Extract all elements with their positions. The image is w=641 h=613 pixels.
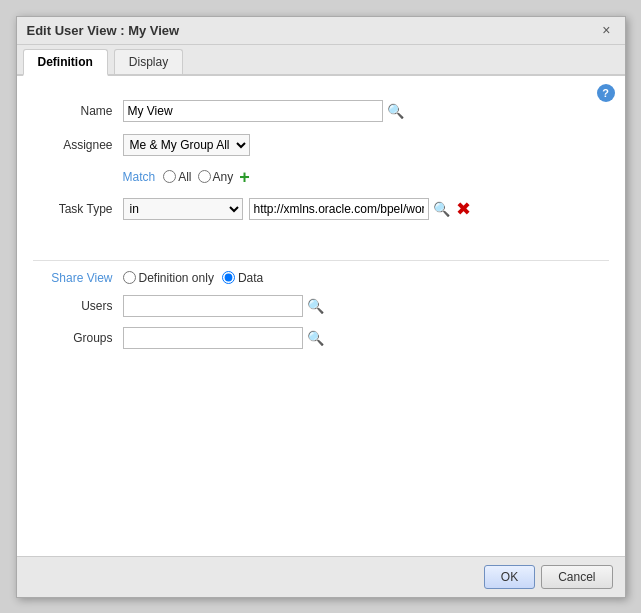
- dialog-body: Definition Display ? Name 🔍 Assignee Me …: [17, 45, 625, 556]
- assignee-label: Assignee: [33, 138, 113, 152]
- groups-row: Groups 🔍: [33, 327, 609, 349]
- assignee-select[interactable]: Me & My Group All Me My Group: [123, 134, 250, 156]
- match-any-radio[interactable]: [198, 170, 211, 183]
- name-search-button[interactable]: 🔍: [387, 103, 404, 119]
- users-label: Users: [33, 299, 113, 313]
- task-type-operator-select[interactable]: in not in: [123, 198, 243, 220]
- match-all-radio[interactable]: [163, 170, 176, 183]
- match-any-label: Any: [213, 170, 234, 184]
- match-label: Match: [123, 170, 156, 184]
- share-data-label: Data: [238, 271, 263, 285]
- task-type-row: Task Type in not in 🔍 ✖: [33, 198, 609, 220]
- edit-user-view-dialog: Edit User View : My View × Definition Di…: [16, 16, 626, 598]
- match-all-option[interactable]: All: [163, 170, 191, 184]
- share-data-radio[interactable]: [222, 271, 235, 284]
- tab-bar: Definition Display: [17, 45, 625, 76]
- share-view-row: Share View Definition only Data: [33, 271, 609, 285]
- tab-definition[interactable]: Definition: [23, 49, 108, 76]
- name-input[interactable]: [123, 100, 383, 122]
- users-row: Users 🔍: [33, 295, 609, 317]
- close-button[interactable]: ×: [598, 23, 614, 37]
- task-type-label: Task Type: [33, 202, 113, 216]
- assignee-row: Assignee Me & My Group All Me My Group: [33, 134, 609, 156]
- dialog-title: Edit User View : My View: [27, 23, 180, 38]
- share-definition-radio[interactable]: [123, 271, 136, 284]
- task-type-search-button[interactable]: 🔍: [433, 201, 450, 217]
- match-row: Match All Any +: [123, 168, 609, 186]
- task-type-value-input[interactable]: [249, 198, 429, 220]
- dialog-footer: OK Cancel: [17, 556, 625, 597]
- users-input[interactable]: [123, 295, 303, 317]
- match-any-option[interactable]: Any: [198, 170, 234, 184]
- dialog-title-bar: Edit User View : My View ×: [17, 17, 625, 45]
- tab-display[interactable]: Display: [114, 49, 183, 74]
- groups-label: Groups: [33, 331, 113, 345]
- task-type-delete-button[interactable]: ✖: [456, 200, 471, 218]
- divider: [33, 260, 609, 261]
- share-definition-label: Definition only: [139, 271, 214, 285]
- name-row: Name 🔍: [33, 100, 609, 122]
- help-icon[interactable]: ?: [597, 84, 615, 102]
- match-all-label: All: [178, 170, 191, 184]
- share-data-option[interactable]: Data: [222, 271, 263, 285]
- match-radio-group: All Any: [163, 170, 233, 184]
- share-view-label: Share View: [33, 271, 113, 285]
- ok-button[interactable]: OK: [484, 565, 535, 589]
- name-label: Name: [33, 104, 113, 118]
- groups-search-button[interactable]: 🔍: [307, 330, 324, 346]
- cancel-button[interactable]: Cancel: [541, 565, 612, 589]
- add-match-button[interactable]: +: [239, 168, 250, 186]
- groups-input[interactable]: [123, 327, 303, 349]
- tab-content-definition: ? Name 🔍 Assignee Me & My Group All Me M…: [17, 76, 625, 556]
- share-definition-option[interactable]: Definition only: [123, 271, 214, 285]
- users-search-button[interactable]: 🔍: [307, 298, 324, 314]
- share-view-section: Share View Definition only Data: [33, 260, 609, 349]
- share-view-radio-group: Definition only Data: [123, 271, 264, 285]
